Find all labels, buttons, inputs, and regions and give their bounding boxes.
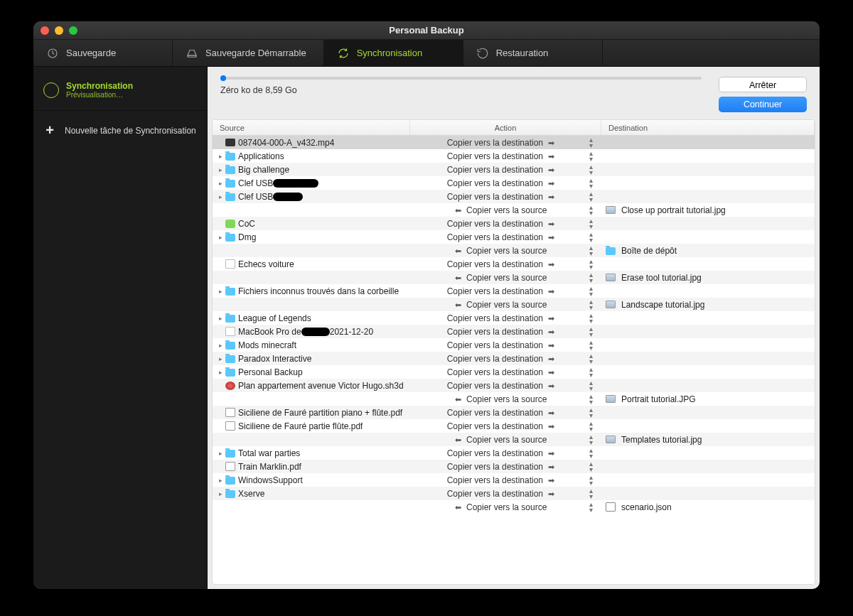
action-stepper[interactable]: ▴▾ <box>587 299 597 310</box>
action-stepper[interactable]: ▴▾ <box>587 259 597 270</box>
destination-label: Templates tutorial.jpg <box>621 435 702 445</box>
disclosure-icon[interactable]: ▸ <box>217 288 224 295</box>
sync-task-item[interactable]: Synchronisation Prévisualisation… <box>33 74 207 106</box>
action-stepper[interactable]: ▴▾ <box>587 421 597 432</box>
table-row[interactable]: ⬅ Copier vers la source▴▾Erase tool tuto… <box>213 271 815 284</box>
action-stepper[interactable]: ▴▾ <box>587 164 597 175</box>
action-stepper[interactable]: ▴▾ <box>587 502 597 513</box>
disclosure-icon[interactable]: ▸ <box>217 153 224 160</box>
action-stepper[interactable]: ▴▾ <box>587 245 597 256</box>
column-destination[interactable]: Destination <box>601 120 815 135</box>
table-row[interactable]: ▸Xserve Copier vers la destination ➡▴▾ <box>213 487 815 500</box>
table-row[interactable]: ▸Clef USB Copier vers la destination ➡▴▾ <box>213 176 815 190</box>
action-label: ⬅ Copier vers la source <box>414 205 587 215</box>
disclosure-icon[interactable]: ▸ <box>217 450 224 457</box>
action-cell: ⬅ Copier vers la source▴▾ <box>410 502 601 513</box>
disclosure-icon[interactable]: ▸ <box>217 342 224 349</box>
action-stepper[interactable]: ▴▾ <box>587 353 597 364</box>
action-stepper[interactable]: ▴▾ <box>587 340 597 351</box>
table-row[interactable]: ▸League of Legends Copier vers la destin… <box>213 311 815 325</box>
action-label: Copier vers la destination ➡ <box>414 313 587 323</box>
action-stepper[interactable]: ▴▾ <box>587 461 597 472</box>
arrow-right-icon: ➡ <box>548 368 554 377</box>
source-label-suffix: 2021-12-20 <box>330 327 373 337</box>
action-stepper[interactable]: ▴▾ <box>587 448 597 459</box>
tab-synchronisation[interactable]: Synchronisation <box>324 40 463 66</box>
action-stepper[interactable]: ▴▾ <box>587 475 597 486</box>
action-label: Copier vers la destination ➡ <box>414 151 587 161</box>
column-source[interactable]: Source <box>213 120 410 135</box>
table-row[interactable]: ▸Clef USB Copier vers la destination ➡▴▾ <box>213 190 815 203</box>
table-row[interactable]: ⬅ Copier vers la source▴▾Boîte de dépôt <box>213 244 815 257</box>
action-label: Copier vers la destination ➡ <box>414 138 587 148</box>
disclosure-icon[interactable]: ▸ <box>217 490 224 497</box>
disclosure-icon[interactable]: ▸ <box>217 180 224 187</box>
action-stepper[interactable]: ▴▾ <box>587 380 597 391</box>
table-row[interactable]: ▸Mods minecraft Copier vers la destinati… <box>213 338 815 352</box>
source-label: Xserve <box>238 489 264 499</box>
close-window-button[interactable] <box>41 26 49 35</box>
action-stepper[interactable]: ▴▾ <box>587 286 597 297</box>
disclosure-icon[interactable]: ▸ <box>217 355 224 362</box>
table-row[interactable]: Echecs voiture Copier vers la destinatio… <box>213 257 815 271</box>
action-stepper[interactable]: ▴▾ <box>587 137 597 148</box>
table-row[interactable]: ⬅ Copier vers la source▴▾Landscape tutor… <box>213 298 815 311</box>
zoom-window-button[interactable] <box>69 26 77 35</box>
action-label: Copier vers la destination ➡ <box>414 367 587 377</box>
table-row[interactable]: ▸WindowsSupport Copier vers la destinati… <box>213 473 815 487</box>
tab-restauration[interactable]: Restauration <box>463 40 603 66</box>
action-stepper[interactable]: ▴▾ <box>587 232 597 243</box>
folder-icon <box>225 288 235 296</box>
arrow-left-icon: ⬅ <box>455 503 461 512</box>
table-row[interactable]: ▸Applications Copier vers la destination… <box>213 149 815 163</box>
action-stepper[interactable]: ▴▾ <box>587 218 597 229</box>
table-row[interactable]: Plan appartement avenue Victor Hugo.sh3d… <box>213 379 815 392</box>
action-stepper[interactable]: ▴▾ <box>587 151 597 162</box>
table-row[interactable]: Train Marklin.pdf Copier vers la destina… <box>213 460 815 473</box>
action-stepper[interactable]: ▴▾ <box>587 488 597 499</box>
stop-button[interactable]: Arrêter <box>719 77 807 92</box>
action-stepper[interactable]: ▴▾ <box>587 191 597 202</box>
new-task-label: Nouvelle tâche de Synchronisation <box>65 126 196 136</box>
table-row[interactable]: ⬅ Copier vers la source▴▾scenario.json <box>213 500 815 514</box>
action-stepper[interactable]: ▴▾ <box>587 326 597 337</box>
sidebar: Synchronisation Prévisualisation… + Nouv… <box>33 67 208 589</box>
table-row[interactable]: ▸Big challenge Copier vers la destinatio… <box>213 163 815 176</box>
table-row[interactable]: 087404-000-A_v432.mp4 Copier vers la des… <box>213 136 815 149</box>
disclosure-icon[interactable]: ▸ <box>217 369 224 376</box>
action-stepper[interactable]: ▴▾ <box>587 205 597 216</box>
table-row[interactable]: MacBook Pro de 2021-12-20Copier vers la … <box>213 325 815 338</box>
action-stepper[interactable]: ▴▾ <box>587 407 597 418</box>
table-row[interactable]: ▸Fichiers inconnus trouvés dans la corbe… <box>213 284 815 298</box>
table-row[interactable]: CoC Copier vers la destination ➡▴▾ <box>213 217 815 230</box>
new-sync-task-button[interactable]: + Nouvelle tâche de Synchronisation <box>33 110 207 150</box>
table-row[interactable]: Siciliene de Fauré partie flûte.pdf Copi… <box>213 419 815 433</box>
tab-sauvegarde[interactable]: Sauvegarde <box>33 40 173 66</box>
arrow-right-icon: ➡ <box>548 328 554 336</box>
table-row[interactable]: ▸Personal Backup Copier vers la destinat… <box>213 365 815 379</box>
table-row[interactable]: ▸Paradox Interactive Copier vers la dest… <box>213 352 815 365</box>
table-row[interactable]: ▸Total war parties Copier vers la destin… <box>213 446 815 460</box>
table-row[interactable]: ⬅ Copier vers la source▴▾Portrait tutori… <box>213 392 815 406</box>
traffic-lights <box>41 26 77 35</box>
disclosure-icon[interactable]: ▸ <box>217 315 224 322</box>
continue-button[interactable]: Continuer <box>719 97 807 112</box>
table-row[interactable]: Siciliene de Fauré partition piano + flû… <box>213 406 815 419</box>
action-stepper[interactable]: ▴▾ <box>587 178 597 189</box>
disclosure-icon[interactable]: ▸ <box>217 477 224 484</box>
column-action[interactable]: Action <box>410 120 601 135</box>
action-stepper[interactable]: ▴▾ <box>587 394 597 405</box>
action-stepper[interactable]: ▴▾ <box>587 313 597 324</box>
action-stepper[interactable]: ▴▾ <box>587 272 597 283</box>
table-row[interactable]: ⬅ Copier vers la source▴▾Templates tutor… <box>213 433 815 446</box>
action-stepper[interactable]: ▴▾ <box>587 367 597 378</box>
disclosure-icon[interactable]: ▸ <box>217 166 224 173</box>
table-row[interactable]: ▸Dmg Copier vers la destination ➡▴▾ <box>213 230 815 244</box>
tab-sauvegarde-d-marrable[interactable]: Sauvegarde Démarrable <box>173 40 324 66</box>
table-body[interactable]: 087404-000-A_v432.mp4 Copier vers la des… <box>213 136 815 584</box>
minimize-window-button[interactable] <box>55 26 63 35</box>
action-stepper[interactable]: ▴▾ <box>587 434 597 445</box>
table-row[interactable]: ⬅ Copier vers la source▴▾Close up portra… <box>213 203 815 217</box>
disclosure-icon[interactable]: ▸ <box>217 193 224 200</box>
disclosure-icon[interactable]: ▸ <box>217 234 224 241</box>
